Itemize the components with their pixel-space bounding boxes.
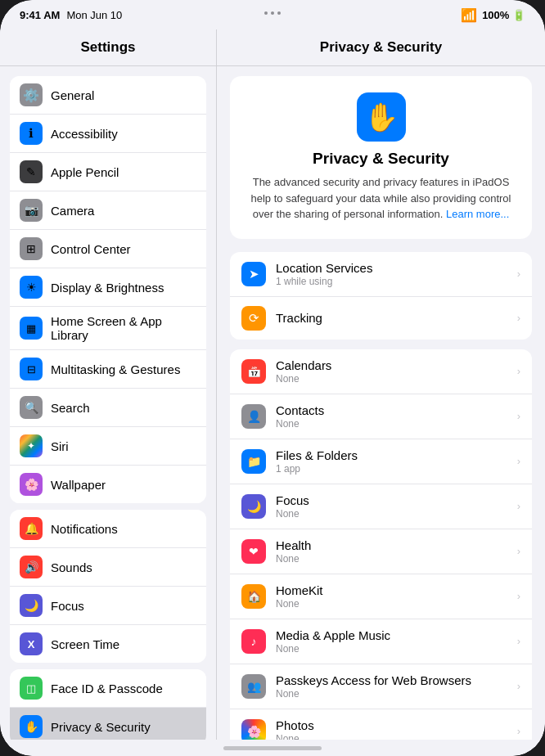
tracking-title: Tracking bbox=[276, 311, 507, 325]
settings-row-location-services[interactable]: ➤ Location Services 1 while using › bbox=[230, 252, 532, 297]
calendars-content: Calendars None bbox=[276, 358, 507, 385]
settings-row-passkeys[interactable]: 👥 Passkeys Access for Web Browsers None … bbox=[230, 664, 532, 709]
status-time: 9:41 AM bbox=[20, 9, 60, 21]
hero-icon: ✋ bbox=[357, 92, 406, 142]
control-center-icon: ⊞ bbox=[20, 237, 43, 260]
passkeys-icon: 👥 bbox=[241, 674, 266, 699]
calendars-title: Calendars bbox=[276, 358, 507, 372]
media-music-icon: ♪ bbox=[241, 629, 266, 654]
accessibility-icon: ℹ bbox=[20, 122, 43, 145]
search-icon: 🔍 bbox=[20, 396, 43, 419]
sidebar-label-general: General bbox=[51, 88, 196, 102]
sidebar-item-face-id[interactable]: ◫ Face ID & Passcode bbox=[10, 669, 206, 708]
sidebar-section-general: ⚙️ General ℹ Accessibility ✎ Apple Penci… bbox=[10, 76, 206, 503]
homekit-chevron: › bbox=[517, 590, 520, 602]
detail-panel[interactable]: Privacy & Security ✋ Privacy & Security … bbox=[217, 29, 545, 740]
photos-icon: 🌸 bbox=[241, 719, 266, 740]
sidebar-item-privacy-security[interactable]: ✋ Privacy & Security bbox=[10, 708, 206, 740]
settings-row-focus-perm[interactable]: 🌙 Focus None › bbox=[230, 484, 532, 529]
health-content: Health None bbox=[276, 538, 507, 565]
focus-perm-title: Focus bbox=[276, 493, 507, 507]
sidebar-item-focus[interactable]: 🌙 Focus bbox=[10, 587, 206, 625]
sidebar-label-notifications: Notifications bbox=[51, 522, 196, 536]
sidebar-item-multitasking[interactable]: ⊟ Multitasking & Gestures bbox=[10, 350, 206, 389]
sidebar-item-accessibility[interactable]: ℹ Accessibility bbox=[10, 115, 206, 153]
sidebar-label-search: Search bbox=[51, 401, 196, 415]
sidebar-label-home-screen: Home Screen & App Library bbox=[51, 314, 196, 342]
sidebar-item-apple-pencil[interactable]: ✎ Apple Pencil bbox=[10, 153, 206, 191]
homekit-icon: 🏠 bbox=[241, 584, 266, 609]
settings-row-calendars[interactable]: 📅 Calendars None › bbox=[230, 349, 532, 394]
sidebar-label-focus: Focus bbox=[51, 599, 196, 613]
photos-subtitle: None bbox=[276, 733, 507, 740]
files-folders-icon: 📁 bbox=[241, 449, 266, 474]
siri-icon: ✦ bbox=[20, 434, 43, 457]
sidebar-item-control-center[interactable]: ⊞ Control Center bbox=[10, 230, 206, 268]
passkeys-content: Passkeys Access for Web Browsers None bbox=[276, 673, 507, 700]
location-tracking-card: ➤ Location Services 1 while using › ⟳ Tr… bbox=[230, 252, 532, 340]
sidebar-label-wallpaper: Wallpaper bbox=[51, 478, 196, 492]
settings-row-contacts[interactable]: 👤 Contacts None › bbox=[230, 394, 532, 439]
sounds-icon: 🔊 bbox=[20, 556, 43, 578]
learn-more-link[interactable]: Learn more... bbox=[446, 208, 509, 220]
sidebar-label-screen-time: Screen Time bbox=[51, 637, 196, 651]
sidebar-item-search[interactable]: 🔍 Search bbox=[10, 389, 206, 427]
location-services-icon: ➤ bbox=[241, 262, 266, 286]
wifi-icon: 📶 bbox=[461, 7, 477, 23]
status-date: Mon Jun 10 bbox=[66, 9, 122, 21]
sidebar-label-display-brightness: Display & Brightness bbox=[51, 281, 196, 295]
multitasking-icon: ⊟ bbox=[20, 358, 43, 380]
photos-title: Photos bbox=[276, 718, 507, 732]
settings-row-media-music[interactable]: ♪ Media & Apple Music None › bbox=[230, 619, 532, 664]
main-content: Settings ⚙️ General ℹ Accessibility ✎ Ap… bbox=[0, 29, 545, 740]
files-folders-chevron: › bbox=[517, 455, 520, 467]
sidebar-scroll[interactable]: ⚙️ General ℹ Accessibility ✎ Apple Penci… bbox=[0, 66, 216, 740]
homekit-title: HomeKit bbox=[276, 583, 507, 597]
notifications-icon: 🔔 bbox=[20, 517, 43, 540]
location-services-title: Location Services bbox=[276, 261, 507, 275]
sidebar-item-screen-time[interactable]: X Screen Time bbox=[10, 625, 206, 663]
sidebar-label-face-id: Face ID & Passcode bbox=[51, 682, 196, 695]
health-icon: ❤ bbox=[241, 539, 266, 564]
settings-row-tracking[interactable]: ⟳ Tracking › bbox=[230, 297, 532, 340]
health-title: Health bbox=[276, 538, 507, 552]
focus-perm-subtitle: None bbox=[276, 508, 507, 520]
camera-icon: 📷 bbox=[20, 199, 43, 222]
health-subtitle: None bbox=[276, 553, 507, 565]
sidebar-item-camera[interactable]: 📷 Camera bbox=[10, 191, 206, 230]
sidebar-item-siri[interactable]: ✦ Siri bbox=[10, 427, 206, 466]
home-bar bbox=[223, 746, 322, 750]
status-bar: 9:41 AM Mon Jun 10 📶 100% 🔋 bbox=[0, 0, 545, 29]
sidebar-item-notifications[interactable]: 🔔 Notifications bbox=[10, 510, 206, 548]
files-folders-content: Files & Folders 1 app bbox=[276, 448, 507, 475]
media-music-content: Media & Apple Music None bbox=[276, 628, 507, 655]
sidebar-item-home-screen[interactable]: ▦ Home Screen & App Library bbox=[10, 307, 206, 350]
screen-time-icon: X bbox=[20, 632, 43, 655]
sidebar-title: Settings bbox=[0, 29, 216, 66]
sidebar-label-apple-pencil: Apple Pencil bbox=[51, 165, 196, 179]
sidebar-item-sounds[interactable]: 🔊 Sounds bbox=[10, 548, 206, 587]
homekit-content: HomeKit None bbox=[276, 583, 507, 610]
sidebar-item-general[interactable]: ⚙️ General bbox=[10, 76, 206, 115]
apple-pencil-icon: ✎ bbox=[20, 160, 43, 183]
focus-perm-content: Focus None bbox=[276, 493, 507, 520]
sidebar-label-control-center: Control Center bbox=[51, 242, 196, 256]
settings-row-photos[interactable]: 🌸 Photos None › bbox=[230, 709, 532, 740]
settings-row-files-folders[interactable]: 📁 Files & Folders 1 app › bbox=[230, 439, 532, 484]
sidebar-label-sounds: Sounds bbox=[51, 560, 196, 574]
media-music-chevron: › bbox=[517, 635, 520, 647]
sidebar-label-siri: Siri bbox=[51, 439, 196, 453]
contacts-chevron: › bbox=[517, 410, 520, 422]
sidebar-item-display-brightness[interactable]: ☀ Display & Brightness bbox=[10, 268, 206, 307]
hero-desc: The advanced security and privacy featur… bbox=[243, 174, 519, 223]
tracking-chevron: › bbox=[517, 312, 520, 324]
contacts-subtitle: None bbox=[276, 418, 507, 430]
detail-title: Privacy & Security bbox=[217, 29, 545, 66]
home-screen-icon: ▦ bbox=[20, 317, 43, 340]
sidebar-item-wallpaper[interactable]: 🌸 Wallpaper bbox=[10, 466, 206, 503]
passkeys-title: Passkeys Access for Web Browsers bbox=[276, 673, 507, 687]
media-music-title: Media & Apple Music bbox=[276, 628, 507, 642]
sidebar-label-accessibility: Accessibility bbox=[51, 127, 196, 141]
settings-row-homekit[interactable]: 🏠 HomeKit None › bbox=[230, 574, 532, 619]
settings-row-health[interactable]: ❤ Health None › bbox=[230, 529, 532, 574]
